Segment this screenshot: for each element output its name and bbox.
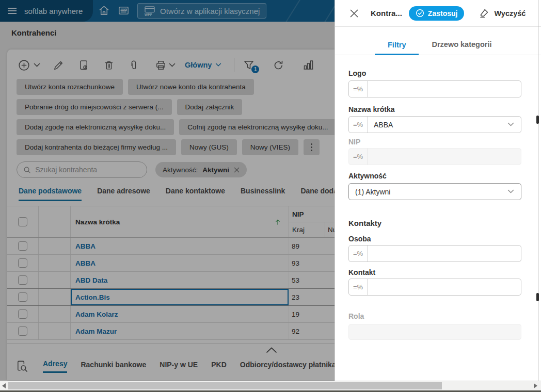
filter-field-logo[interactable]: =% bbox=[348, 80, 521, 97]
chevron-down-icon bbox=[507, 189, 514, 194]
filter-field-role-disabled bbox=[348, 324, 521, 340]
filter-field-nip-disabled: =% bbox=[348, 148, 521, 165]
apply-filters-button[interactable]: Zastosuj bbox=[409, 6, 465, 21]
tab-filtry[interactable]: Filtry bbox=[375, 41, 419, 55]
operator-like-icon[interactable]: =% bbox=[349, 246, 368, 262]
field-label-contact: Kontakt bbox=[348, 268, 521, 277]
field-label-activity: Aktywność bbox=[348, 172, 521, 181]
field-label-role: Rola bbox=[348, 312, 521, 321]
filter-field-short-name[interactable]: =% ABBA bbox=[348, 116, 521, 133]
operator-like-icon[interactable]: =% bbox=[349, 117, 368, 133]
window-right-edge bbox=[538, 0, 538, 381]
apply-filters-label: Zastosuj bbox=[428, 9, 458, 18]
operator-like-icon[interactable]: =% bbox=[349, 81, 368, 97]
scroll-right-arrow[interactable] bbox=[534, 383, 537, 388]
field-label-person: Osoba bbox=[348, 235, 521, 243]
section-header-contacts: Kontakty bbox=[348, 219, 521, 229]
tab-drzewo-kategorii[interactable]: Drzewo kategorii bbox=[419, 40, 504, 55]
chevron-down-icon[interactable] bbox=[507, 122, 514, 127]
field-label-nip: NIP bbox=[348, 138, 521, 146]
edge-handle[interactable] bbox=[536, 293, 539, 301]
field-label-short-name: Nazwa krótka bbox=[348, 105, 521, 114]
filter-panel: Kontra... Zastosuj Wyczyść Filtry Drzewo… bbox=[335, 0, 541, 381]
clear-filters-label: Wyczyść bbox=[494, 9, 526, 18]
activity-selected-value: (1) Aktywni bbox=[349, 188, 507, 196]
filter-panel-tabs: Filtry Drzewo kategorii bbox=[335, 27, 541, 55]
scrollbar-thumb[interactable] bbox=[8, 382, 442, 389]
clear-filters-button[interactable]: Wyczyść bbox=[479, 8, 526, 19]
eraser-icon bbox=[479, 8, 489, 19]
edge-handle[interactable] bbox=[536, 116, 539, 124]
filter-panel-header: Kontra... Zastosuj Wyczyść bbox=[335, 0, 541, 27]
close-icon[interactable] bbox=[349, 9, 359, 18]
modal-dim-overlay bbox=[0, 0, 335, 381]
field-label-logo: Logo bbox=[348, 69, 521, 78]
operator-like-icon: =% bbox=[349, 149, 368, 165]
filter-select-activity[interactable]: (1) Aktywni bbox=[348, 183, 521, 200]
check-circle-icon bbox=[416, 9, 424, 18]
filter-panel-body: Logo =% Nazwa krótka =% ABBA NIP =% Akty… bbox=[335, 55, 541, 340]
operator-like-icon[interactable]: =% bbox=[349, 279, 368, 295]
filter-field-person[interactable]: =% bbox=[348, 245, 521, 262]
horizontal-scrollbar[interactable] bbox=[0, 381, 541, 390]
app-window: softlab anywhere WPF Otwórz w aplikacji … bbox=[0, 0, 541, 392]
scroll-left-arrow[interactable] bbox=[2, 383, 6, 388]
filter-panel-title: Kontra... bbox=[371, 9, 402, 18]
filter-input-short-name[interactable]: ABBA bbox=[368, 121, 507, 129]
filter-field-contact[interactable]: =% bbox=[348, 279, 521, 296]
